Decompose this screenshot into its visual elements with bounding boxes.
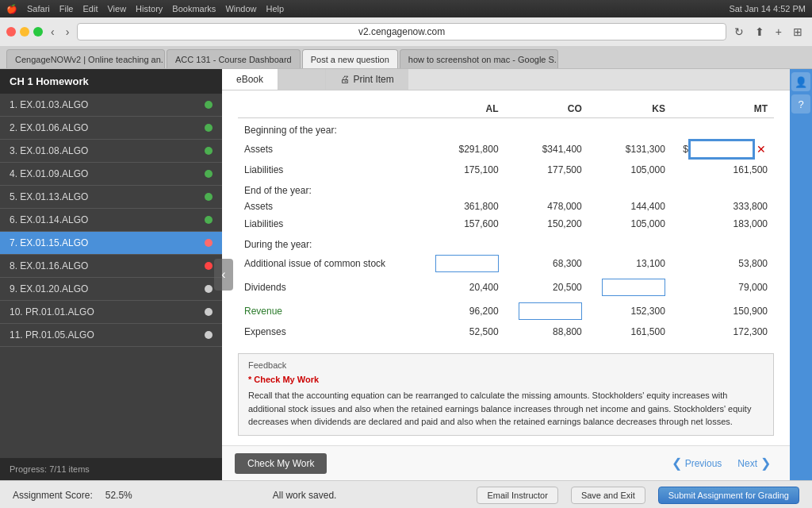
sidebar-item-10[interactable]: 10. PR.01.01.ALGO xyxy=(0,301,222,324)
cell-co-assets-end: 478,000 xyxy=(505,198,588,215)
input-co-revenue[interactable] xyxy=(519,302,582,320)
save-exit-button[interactable]: Save and Exit xyxy=(571,487,645,504)
sidebar-item-2[interactable]: 2. EX.01.06.ALGO xyxy=(0,117,222,140)
refresh-button[interactable]: ↻ xyxy=(731,24,747,40)
apple-icon[interactable]: 🍎 xyxy=(6,4,17,14)
cell-co-assets-begin: $341,400 xyxy=(505,137,588,161)
section-during: During the year: xyxy=(238,233,774,252)
cell-ks-revenue: 152,300 xyxy=(588,299,672,323)
content-tabs: eBook 🖨 Print Item xyxy=(222,69,790,90)
sidebar-item-5[interactable]: 5. EX.01.13.ALGO xyxy=(0,186,222,209)
sidebar-item-9-label: 9. EX.01.20.ALGO xyxy=(10,283,88,294)
cell-co-common-stock: 68,300 xyxy=(505,252,588,275)
collapse-sidebar-button[interactable]: ‹ xyxy=(214,259,233,291)
chevron-right-icon: ❯ xyxy=(760,456,771,471)
scroll-area[interactable]: AL CO KS MT Beginning of the year: Asset… xyxy=(222,90,790,445)
share-button[interactable]: ⬆ xyxy=(752,24,768,40)
cell-al-liabilities-end: 157,600 xyxy=(421,215,504,233)
row-label-revenue: Revenue xyxy=(238,299,421,323)
cell-ks-common-stock: 13,100 xyxy=(588,252,672,275)
sidebar-item-11-label: 11. PR.01.05.ALGO xyxy=(10,329,94,341)
tab-print[interactable]: 🖨 Print Item xyxy=(326,69,408,90)
cell-co-expenses: 88,800 xyxy=(505,323,588,341)
row-label-liabilities-begin: Liabilities xyxy=(238,161,421,179)
person-icon[interactable]: 👤 xyxy=(791,72,810,91)
edit-menu[interactable]: Edit xyxy=(82,4,98,13)
fullscreen-button[interactable] xyxy=(33,27,43,37)
clock: Sat Jan 14 4:52 PM xyxy=(729,4,806,13)
sidebar-item-4[interactable]: 4. EX.01.09.ALGO xyxy=(0,163,222,186)
sidebar-item-1-dot xyxy=(205,101,213,109)
cell-al-expenses: 52,500 xyxy=(421,323,504,341)
bookmarks-menu[interactable]: Bookmarks xyxy=(172,4,216,13)
sidebar-item-11[interactable]: 11. PR.01.05.ALGO xyxy=(0,324,222,347)
next-button[interactable]: Next ❯ xyxy=(731,452,777,474)
close-button[interactable] xyxy=(6,27,16,37)
sidebar-item-7[interactable]: 7. EX.01.15.ALGO xyxy=(0,232,222,255)
cell-ks-expenses: 161,500 xyxy=(588,323,672,341)
cell-ks-liabilities-end: 105,000 xyxy=(588,215,672,233)
cell-mt-liabilities-end: 183,000 xyxy=(672,215,774,233)
sidebar-item-2-dot xyxy=(205,124,213,132)
row-label-assets-begin: Assets xyxy=(238,137,421,161)
tab-cengage[interactable]: CengageNOWv2 | Online teaching an... xyxy=(6,49,165,68)
previous-button[interactable]: ❮ Previous xyxy=(665,452,729,474)
cell-mt-liabilities-begin: 161,500 xyxy=(672,161,774,179)
minimize-button[interactable] xyxy=(20,27,29,37)
sidebar-item-9-dot xyxy=(205,285,213,293)
safari-menu[interactable]: Safari xyxy=(27,4,50,13)
forward-button[interactable]: › xyxy=(63,24,73,40)
tab-screenshot-label: how to screenshot on mac - Google S... xyxy=(408,55,558,64)
cell-ks-assets-begin: $131,300 xyxy=(588,137,672,161)
view-menu[interactable]: View xyxy=(107,4,126,13)
main-content: eBook 🖨 Print Item AL CO KS xyxy=(222,69,790,480)
dollar-sign-mt: $ xyxy=(683,144,688,155)
col-header-empty xyxy=(238,100,421,118)
previous-label: Previous xyxy=(685,458,722,469)
url-text: v2.cengagenow.com xyxy=(358,26,445,37)
history-menu[interactable]: History xyxy=(136,4,163,13)
sidebar-item-8[interactable]: 8. EX.01.16.ALGO xyxy=(0,255,222,278)
help-icon[interactable]: ? xyxy=(791,94,810,114)
sidebar-item-3[interactable]: 3. EX.01.08.ALGO xyxy=(0,140,222,163)
tab-post[interactable]: Post a new question xyxy=(302,49,398,68)
email-instructor-button[interactable]: Email Instructor xyxy=(477,487,557,504)
sidebar-item-8-label: 8. EX.01.16.ALGO xyxy=(10,260,88,271)
next-label: Next xyxy=(737,458,757,469)
tab-blank[interactable] xyxy=(278,69,326,90)
feedback-title: Feedback xyxy=(248,360,764,370)
chevron-left-icon: ❮ xyxy=(672,456,682,471)
window-menu[interactable]: Window xyxy=(225,4,256,13)
sidebar-item-6[interactable]: 6. EX.01.14.ALGO xyxy=(0,209,222,232)
file-menu[interactable]: File xyxy=(59,4,74,13)
check-my-work-button[interactable]: Check My Work xyxy=(235,453,327,474)
sidebar-item-9[interactable]: 9. EX.01.20.ALGO xyxy=(0,278,222,301)
input-al-common-stock[interactable] xyxy=(435,255,499,272)
new-tab-button[interactable]: + xyxy=(772,24,785,40)
sidebar-item-7-label: 7. EX.01.15.ALGO xyxy=(10,237,88,248)
feedback-box: Feedback * Check My Work Recall that the… xyxy=(238,353,774,436)
input-mt-assets[interactable] xyxy=(690,140,753,158)
address-bar[interactable]: v2.cengagenow.com xyxy=(77,23,726,40)
row-label-assets-end: Assets xyxy=(238,198,421,215)
browser-chrome: ‹ › v2.cengagenow.com ↻ ⬆ + ⊞ CengageNOW… xyxy=(0,17,812,69)
cell-co-revenue xyxy=(505,299,588,323)
section-beginning-label: Beginning of the year: xyxy=(238,118,774,138)
revenue-label: Revenue xyxy=(244,306,282,317)
help-menu[interactable]: Help xyxy=(266,4,285,13)
tab-ebook[interactable]: eBook xyxy=(222,69,278,90)
cell-ks-assets-end: 144,400 xyxy=(588,198,672,215)
table-row: Expenses 52,500 88,800 161,500 172,300 xyxy=(238,323,774,341)
row-label-liabilities-end: Liabilities xyxy=(238,215,421,233)
delete-mt-assets-button[interactable]: ✕ xyxy=(755,143,768,156)
back-button[interactable]: ‹ xyxy=(48,24,58,40)
submit-assignment-button[interactable]: Submit Assignment for Grading xyxy=(658,487,799,504)
tab-acc131[interactable]: ACC 131 - Course Dashboard xyxy=(167,49,301,68)
input-ks-dividends[interactable] xyxy=(602,279,665,296)
cell-mt-dividends: 79,000 xyxy=(672,275,774,299)
grid-button[interactable]: ⊞ xyxy=(790,24,806,40)
tab-cengage-label: CengageNOWv2 | Online teaching an... xyxy=(15,55,165,64)
sidebar-item-1[interactable]: 1. EX.01.03.ALGO xyxy=(0,94,222,117)
tab-screenshot[interactable]: how to screenshot on mac - Google S... xyxy=(400,49,558,68)
col-header-co: CO xyxy=(505,100,588,118)
